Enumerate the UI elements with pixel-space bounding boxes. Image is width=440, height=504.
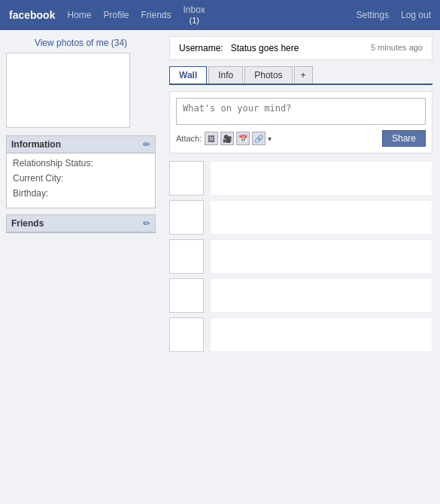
username-label: Username: Status goes here <box>179 43 299 53</box>
status-input[interactable] <box>176 98 426 125</box>
friends-edit-icon[interactable]: ✏ <box>143 218 150 229</box>
attach-link-btn[interactable]: 🔗 <box>252 132 266 145</box>
nav-right: Settings Log out <box>357 10 431 20</box>
feed-thumb-4 <box>169 278 204 313</box>
feed-thumb-2 <box>169 200 204 235</box>
nav-settings[interactable]: Settings <box>357 10 389 20</box>
feed-item-3 <box>169 239 432 274</box>
feed-item-5 <box>169 317 432 352</box>
friends-header: Friends ✏ <box>7 215 155 232</box>
navbar: facebook Home Profile Friends Inbox (1) … <box>0 0 440 30</box>
brand-logo: facebook <box>9 9 55 21</box>
inbox-badge: (1) <box>189 16 199 25</box>
attach-event-btn[interactable]: 📅 <box>236 132 250 145</box>
feed-thumb-5 <box>169 317 204 352</box>
feed-item-2 <box>169 200 432 235</box>
attach-photo-btn[interactable]: 🖼 <box>205 132 218 145</box>
nav-inbox[interactable]: Inbox (1) <box>184 5 205 24</box>
status-text: Status goes here <box>231 43 299 53</box>
friends-section: Friends ✏ <box>6 214 156 233</box>
information-title: Information <box>11 139 61 150</box>
share-button[interactable]: Share <box>382 130 426 147</box>
timestamp: 5 minutes ago <box>371 43 423 52</box>
sidebar: View photos of me (34) Information ✏ Rel… <box>0 30 162 504</box>
profile-header: Username: Status goes here 5 minutes ago <box>169 36 432 60</box>
feed-text-1 <box>210 161 432 196</box>
feed-item-4 <box>169 278 432 313</box>
friends-title: Friends <box>11 218 44 229</box>
nav-home[interactable]: Home <box>67 10 91 20</box>
feed-text-5 <box>210 317 432 352</box>
status-toolbar: Attach: 🖼 🎥 📅 🔗 ▾ Share <box>176 130 426 147</box>
profile-tabs: Wall Info Photos + <box>169 66 432 85</box>
feed-thumb-3 <box>169 239 204 274</box>
tab-wall[interactable]: Wall <box>169 66 207 83</box>
attach-dropdown[interactable]: ▾ <box>268 135 272 143</box>
nav-left: facebook Home Profile Friends Inbox (1) <box>9 5 205 24</box>
feed-thumb-1 <box>169 161 204 196</box>
nav-friends[interactable]: Friends <box>141 10 171 20</box>
nav-profile[interactable]: Profile <box>103 10 129 20</box>
inbox-label: Inbox <box>184 5 205 15</box>
content-area: View photos of me (34) Information ✏ Rel… <box>0 30 440 504</box>
status-box: Attach: 🖼 🎥 📅 🔗 ▾ Share <box>169 91 432 153</box>
tab-info[interactable]: Info <box>208 66 243 83</box>
nav-logout[interactable]: Log out <box>401 10 431 20</box>
feed-item-1 <box>169 161 432 196</box>
attach-video-btn[interactable]: 🎥 <box>220 132 234 145</box>
information-header: Information ✏ <box>7 136 155 153</box>
tab-photos[interactable]: Photos <box>244 66 292 83</box>
profile-info: Username: Status goes here <box>179 43 299 53</box>
tab-add[interactable]: + <box>294 66 313 83</box>
information-section: Information ✏ Relationship Status: Curre… <box>6 135 156 208</box>
feed-text-3 <box>210 239 432 274</box>
information-body: Relationship Status: Current City: Birth… <box>7 153 155 208</box>
attach-icons: 🖼 🎥 📅 🔗 ▾ <box>205 132 272 145</box>
feed-text-4 <box>210 278 432 313</box>
profile-picture <box>6 53 130 128</box>
attach-label: Attach: <box>176 134 202 143</box>
information-edit-icon[interactable]: ✏ <box>143 139 150 150</box>
main-content: Username: Status goes here 5 minutes ago… <box>162 30 440 504</box>
birthday-row: Birthday: <box>13 188 149 199</box>
relationship-status-row: Relationship Status: <box>13 158 149 169</box>
attach-area: Attach: 🖼 🎥 📅 🔗 ▾ <box>176 132 272 145</box>
feed-text-2 <box>210 200 432 235</box>
current-city-row: Current City: <box>13 173 149 184</box>
username-field-label: Username: <box>179 43 223 53</box>
view-photos-link[interactable]: View photos of me (34) <box>6 38 156 48</box>
